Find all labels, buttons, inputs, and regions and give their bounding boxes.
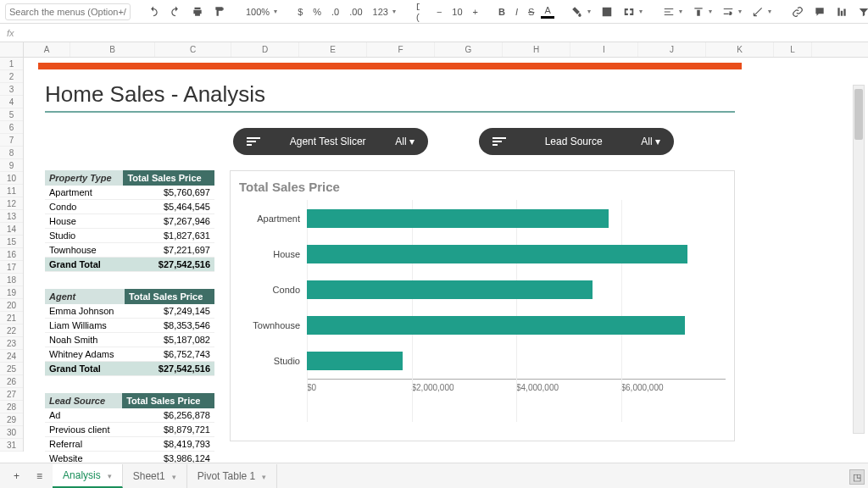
fontsize-value[interactable]: 10 [448,5,465,19]
filter-icon[interactable] [854,4,868,19]
tab-menu-icon[interactable] [169,470,176,482]
paint-format-icon[interactable] [210,4,229,19]
col-J[interactable]: J [638,42,706,57]
pivot-row[interactable]: Studio$1,827,631 [45,229,214,243]
pivot-row[interactable]: Previous client$8,879,721 [45,423,214,437]
number-format-dropdown[interactable]: 123 [370,5,399,19]
row-26[interactable]: 26 [0,375,23,388]
chart-bar[interactable] [307,352,403,370]
col-K[interactable]: K [706,42,774,57]
fill-color-button[interactable] [568,4,594,19]
undo-icon[interactable] [144,4,163,19]
fontsize-plus[interactable]: + [470,5,481,19]
decrease-decimal-button[interactable]: .0 [328,5,342,19]
slicer-value[interactable]: All ▾ [395,136,415,147]
font-dropdown[interactable]: Default (Ve... [413,0,420,24]
row-3[interactable]: 3 [0,83,23,96]
pivot-table[interactable]: Lead SourceTotal Sales PriceAd$6,256,878… [45,393,214,466]
fontsize-minus[interactable]: − [433,5,445,19]
row-6[interactable]: 6 [0,121,23,134]
slicer[interactable]: Agent Test SlicerAll ▾ [233,128,428,155]
row-13[interactable]: 13 [0,210,23,223]
row-23[interactable]: 23 [0,337,23,350]
col-H[interactable]: H [503,42,570,57]
col-B[interactable]: B [70,42,155,57]
pivot-row[interactable]: Condo$5,464,545 [45,200,214,214]
comment-icon[interactable] [810,4,829,19]
chart-bar[interactable] [307,209,609,228]
tab-menu-icon[interactable] [104,469,112,481]
row-2[interactable]: 2 [0,70,23,83]
all-sheets-button[interactable]: ≡ [30,467,49,485]
pivot-table[interactable]: Property TypeTotal Sales PriceApartment$… [45,170,214,272]
tab-menu-icon[interactable] [259,470,266,482]
col-I[interactable]: I [570,42,638,57]
redo-icon[interactable] [166,4,185,19]
vertical-scrollbar[interactable] [853,85,865,434]
pivot-row[interactable]: House$7,267,946 [45,214,214,229]
chart-bar[interactable] [307,280,593,299]
col-E[interactable]: E [299,42,367,57]
sheet-tab[interactable]: Sheet1 [123,464,187,488]
row-4[interactable]: 4 [0,96,23,108]
row-17[interactable]: 17 [0,261,23,274]
add-sheet-button[interactable]: + [7,467,26,485]
sheet-tab[interactable]: Pivot Table 1 [187,464,278,488]
row-10[interactable]: 10 [0,172,23,185]
col-F[interactable]: F [367,42,435,57]
row-11[interactable]: 11 [0,185,23,197]
rotate-button[interactable] [748,4,775,19]
row-20[interactable]: 20 [0,299,23,312]
col-C[interactable]: C [155,42,231,57]
text-color-button[interactable]: A [541,4,554,19]
row-19[interactable]: 19 [0,286,23,299]
chart-icon[interactable] [832,4,851,19]
slicer[interactable]: Lead SourceAll ▾ [479,128,674,155]
borders-button[interactable] [598,4,616,19]
pivot-row[interactable]: Emma Johnson$7,249,145 [45,304,214,319]
row-25[interactable]: 25 [0,363,23,375]
row-29[interactable]: 29 [0,413,23,426]
pivot-table[interactable]: AgentTotal Sales PriceEmma Johnson$7,249… [45,289,214,376]
row-15[interactable]: 15 [0,236,23,248]
currency-button[interactable]: $ [294,5,306,19]
sheet-tab[interactable]: Analysis [53,464,123,488]
print-icon[interactable] [188,4,207,19]
pivot-row[interactable]: Noah Smith$5,187,082 [45,333,214,347]
slicer-value[interactable]: All ▾ [641,136,660,147]
row-27[interactable]: 27 [0,388,23,401]
bold-button[interactable]: B [495,5,509,19]
row-31[interactable]: 31 [0,439,23,452]
strike-button[interactable]: S [525,5,537,19]
col-D[interactable]: D [231,42,299,57]
row-7[interactable]: 7 [0,134,23,147]
percent-button[interactable]: % [309,5,325,19]
wrap-button[interactable] [719,4,745,19]
col-A[interactable]: A [24,42,70,57]
row-28[interactable]: 28 [0,401,23,413]
pivot-row[interactable]: Ad$6,256,878 [45,408,214,423]
select-all-corner[interactable] [0,42,24,57]
col-L[interactable]: L [774,42,812,57]
row-14[interactable]: 14 [0,223,23,236]
row-22[interactable]: 22 [0,324,23,337]
zoom-dropdown[interactable]: 100% [242,5,281,19]
row-8[interactable]: 8 [0,147,23,159]
explore-button[interactable]: ◳ [849,469,865,485]
pivot-row[interactable]: Whitney Adams$6,752,743 [45,347,214,362]
row-16[interactable]: 16 [0,248,23,261]
pivot-row[interactable]: Townhouse$7,221,697 [45,243,214,258]
chart[interactable]: Total Sales Price ApartmentHouseCondoTow… [230,170,735,441]
chart-bar[interactable] [307,316,685,335]
pivot-row[interactable]: Liam Williams$8,353,546 [45,319,214,333]
row-5[interactable]: 5 [0,108,23,121]
formula-bar[interactable]: fx [0,24,868,42]
row-30[interactable]: 30 [0,426,23,439]
row-24[interactable]: 24 [0,350,23,363]
row-1[interactable]: 1 [0,58,23,70]
row-18[interactable]: 18 [0,274,23,286]
increase-decimal-button[interactable]: .00 [346,5,365,19]
chart-bar[interactable] [307,245,687,263]
pivot-row[interactable]: Referral$8,419,793 [45,437,214,452]
halign-button[interactable] [659,4,686,19]
